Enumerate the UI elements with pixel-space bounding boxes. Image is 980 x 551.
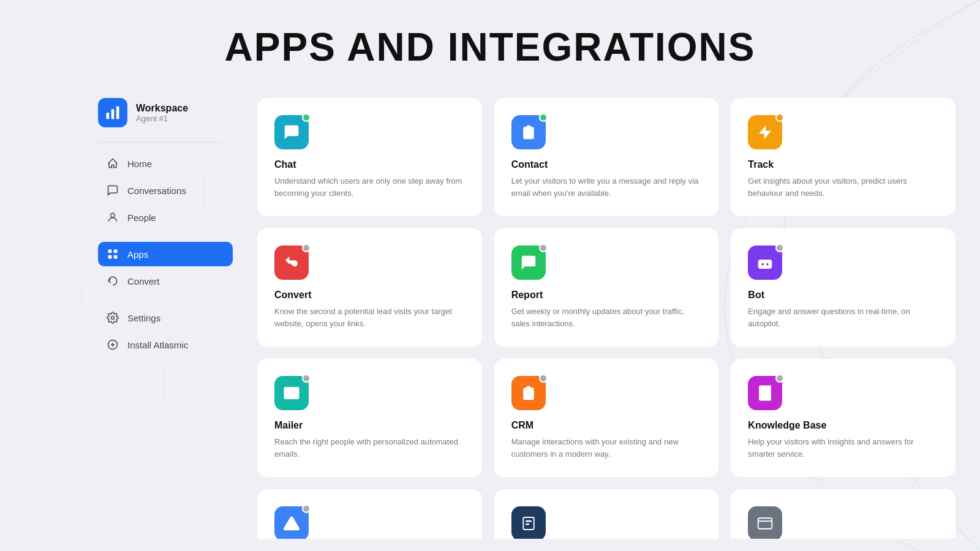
mailer-status-dot <box>302 374 311 383</box>
crm-icon-wrap <box>511 376 546 410</box>
nav-item-home[interactable]: Home <box>98 151 233 176</box>
app12-icon-wrap <box>748 506 782 539</box>
svg-rect-12 <box>758 260 772 269</box>
workspace-name: Workspace <box>136 103 188 114</box>
nav-label-home: Home <box>127 159 152 169</box>
alerts-icon-wrap <box>274 506 309 539</box>
kb-status-dot <box>775 374 784 383</box>
svg-rect-7 <box>114 255 118 259</box>
svg-rect-18 <box>526 520 532 522</box>
svg-point-13 <box>762 263 764 266</box>
svg-rect-6 <box>108 255 112 259</box>
main-content: Chat Understand which users are only one… <box>257 98 956 539</box>
mailer-desc: Reach the right people with personalized… <box>274 436 465 460</box>
workspace-item[interactable]: Workspace Agent #1 <box>98 98 257 127</box>
svg-point-14 <box>766 263 769 266</box>
kb-desc: Help your visitors with insights and ans… <box>748 436 938 460</box>
svg-rect-20 <box>758 518 772 529</box>
track-title: Track <box>748 159 938 170</box>
nav-label-conversations: Conversations <box>127 186 186 196</box>
contact-status-dot <box>539 113 548 122</box>
svg-rect-5 <box>114 250 118 253</box>
app11-icon <box>511 506 546 539</box>
app-card-chat[interactable]: Chat Understand which users are only one… <box>257 98 482 216</box>
svg-rect-1 <box>111 109 115 119</box>
chat-title: Chat <box>274 159 465 170</box>
app-card-alerts[interactable]: Alerts <box>257 489 482 539</box>
kb-icon-wrap <box>748 376 782 410</box>
svg-point-3 <box>111 213 115 217</box>
alerts-status-dot <box>302 504 311 513</box>
app-card-contact[interactable]: Contact Let your visitors to write you a… <box>494 98 719 216</box>
convert-status-dot <box>302 244 311 252</box>
workspace-text: Workspace Agent #1 <box>136 103 188 123</box>
bot-title: Bot <box>748 290 938 301</box>
app-card-bot[interactable]: Bot Engage and answer questions in real-… <box>731 228 956 347</box>
mailer-icon-wrap <box>274 376 309 410</box>
crm-status-dot <box>539 374 548 383</box>
track-icon-wrap <box>748 115 782 149</box>
nav-item-convert[interactable]: Convert <box>98 269 233 293</box>
svg-rect-2 <box>116 107 119 119</box>
app-card-mailer[interactable]: Mailer Reach the right people with perso… <box>257 359 482 477</box>
report-desc: Get weekly or monthly updates about your… <box>511 305 702 329</box>
nav-label-install: Install Atlasmic <box>127 340 188 350</box>
app-card-11[interactable] <box>494 489 719 539</box>
report-status-dot <box>539 244 548 252</box>
bot-status-dot <box>775 244 784 252</box>
nav-item-settings[interactable]: Settings <box>98 305 233 330</box>
track-status-dot <box>775 113 784 122</box>
app-card-report[interactable]: Report Get weekly or monthly updates abo… <box>494 228 719 347</box>
svg-rect-19 <box>526 523 529 525</box>
chat-desc: Understand which users are only one step… <box>274 175 465 199</box>
bot-desc: Engage and answer questions in real-time… <box>748 305 938 329</box>
nav-item-conversations[interactable]: Conversations <box>98 178 233 203</box>
crm-desc: Manage interactions with your existing a… <box>511 436 702 460</box>
workspace-logo <box>98 98 127 127</box>
mailer-title: Mailer <box>274 420 465 431</box>
contact-title: Contact <box>511 159 702 170</box>
sidebar-divider <box>98 142 221 143</box>
contact-desc: Let your visitors to write you a message… <box>511 175 702 199</box>
app-card-knowledge-base[interactable]: Knowledge Base Help your visitors with i… <box>731 359 956 477</box>
app-card-crm[interactable]: CRM Manage interactions with your existi… <box>494 359 719 477</box>
contact-icon-wrap <box>511 115 546 149</box>
app-card-12[interactable] <box>731 489 956 539</box>
nav-label-settings: Settings <box>127 313 160 323</box>
convert-desc: Know the second a potential lead visits … <box>274 305 465 329</box>
kb-title: Knowledge Base <box>748 420 938 431</box>
nav-item-people[interactable]: People <box>98 205 233 230</box>
app11-icon-wrap <box>511 506 546 539</box>
apps-grid: Chat Understand which users are only one… <box>257 98 956 539</box>
app-card-convert[interactable]: Convert Know the second a potential lead… <box>257 228 482 347</box>
nav-item-apps[interactable]: Apps <box>98 242 233 266</box>
app-card-track[interactable]: Track Get insights about your visitors, … <box>731 98 956 216</box>
nav-label-convert: Convert <box>127 276 160 287</box>
svg-point-8 <box>111 317 115 320</box>
chat-status-dot <box>302 113 311 122</box>
track-desc: Get insights about your visitors, predic… <box>748 175 938 199</box>
app12-icon <box>748 506 782 539</box>
convert-title: Convert <box>274 290 465 301</box>
svg-rect-0 <box>107 113 110 119</box>
nav-item-install[interactable]: Install Atlasmic <box>98 332 233 357</box>
report-icon-wrap <box>511 246 546 280</box>
chat-icon-wrap <box>274 115 309 149</box>
sidebar: Workspace Agent #1 Home Conversations Pe… <box>0 0 257 551</box>
nav-label-people: People <box>127 212 156 223</box>
convert-icon-wrap <box>274 246 309 280</box>
bot-icon-wrap <box>748 246 782 280</box>
workspace-agent: Agent #1 <box>136 114 188 123</box>
nav-label-apps: Apps <box>127 249 148 260</box>
report-title: Report <box>511 290 702 301</box>
crm-title: CRM <box>511 420 702 431</box>
svg-rect-4 <box>108 250 112 253</box>
